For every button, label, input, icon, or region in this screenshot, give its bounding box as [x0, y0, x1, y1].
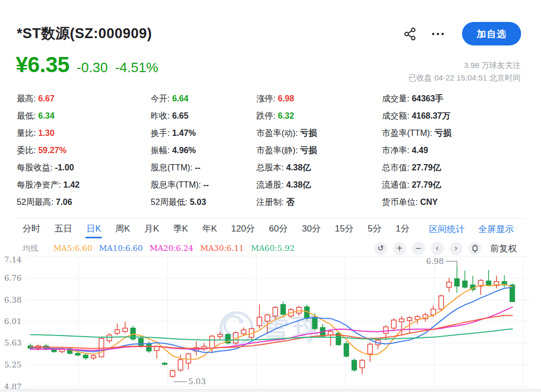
adjust-mode-toggle[interactable]: 前复权 [490, 243, 517, 255]
stat-昨收: 昨收: 6.65 [151, 107, 256, 124]
y-axis-label: 7.14 [4, 255, 21, 264]
current-price: ¥6.35 [16, 52, 70, 77]
candle-body [455, 279, 459, 286]
chart-scrollbar[interactable] [0, 389, 541, 392]
stat-涨停: 涨停: 6.98 [256, 90, 382, 107]
add-watchlist-button[interactable]: 加自选 [462, 22, 521, 45]
stat-股息率(TTM): 股息率(TTM): -- [151, 176, 256, 193]
candle-body [407, 318, 412, 321]
candle-body [368, 344, 373, 354]
candle-body [75, 353, 80, 355]
ma-label: MA10:6.60 [99, 244, 143, 253]
candle-body [273, 307, 278, 316]
kline-chart[interactable]: 7.146.766.386.015.635.254.87雪球6.985.03 [0, 255, 541, 389]
y-axis-label: 4.87 [4, 382, 21, 389]
candle-body [210, 336, 215, 348]
stat-股息(TTM): 股息(TTM): -- [151, 159, 256, 176]
stat-市净率: 市净率: 4.49 [382, 142, 527, 159]
tab-日K[interactable]: 日K [86, 218, 101, 239]
link-区间统计[interactable]: 区间统计 [429, 223, 465, 235]
market-status: 已收盘 04-22 15:04:51 北京时间 [409, 72, 521, 84]
tab-月K[interactable]: 月K [144, 218, 159, 239]
ma-label: MA20:6.24 [150, 244, 194, 253]
candle-body [154, 347, 159, 351]
high-annotation: 6.98 [426, 257, 444, 266]
ma-bar-title: 均线 [17, 244, 38, 253]
candle-body [384, 327, 388, 333]
stat-市盈率(动): 市盈率(动): 亏损 [256, 124, 382, 142]
stat-成交量: 成交量: 64363手 [382, 90, 527, 107]
stat-注册制: 注册制: 否 [256, 193, 382, 211]
candle-body [463, 281, 467, 287]
zoom-in-icon[interactable]: + [393, 242, 406, 255]
stat-每股收益: 每股收益: -1.00 [17, 159, 151, 176]
tab-年K[interactable]: 年K [202, 218, 217, 239]
candle-body [146, 343, 151, 351]
pan-left-icon[interactable]: ‹ [431, 242, 444, 255]
ma-values: MA5:6.60MA10:6.60MA20:6.24MA30:6.11MA60:… [53, 244, 295, 253]
more-icon[interactable] [431, 27, 445, 41]
tab-周K[interactable]: 周K [115, 218, 130, 239]
tab-1分[interactable]: 1分 [396, 218, 409, 239]
tab-30分[interactable]: 30分 [302, 218, 321, 239]
stat-成交额: 成交额: 4168.37万 [382, 107, 527, 124]
candle-body [312, 317, 317, 329]
zoom-out-icon[interactable]: − [412, 242, 425, 255]
undo-icon[interactable]: ↺ [374, 242, 387, 255]
stats-grid: 最高: 6.67今开: 6.64涨停: 6.98成交量: 64363手最低: 6… [17, 90, 527, 211]
y-axis-label: 6.38 [4, 295, 21, 305]
tab-15分[interactable]: 15分 [335, 218, 354, 239]
share-icon[interactable] [402, 27, 417, 41]
candle-body [241, 330, 246, 334]
tab-分时[interactable]: 分时 [22, 218, 40, 239]
chart-controls: ↺ + − ‹ › 前复权 [374, 242, 524, 255]
stat-货币单位: 货币单位: CNY [382, 193, 527, 211]
stat-流通股: 流通股: 4.38亿 [256, 176, 382, 193]
ma-bar: 均线 MA5:6.60MA10:6.60MA20:6.24MA30:6.11MA… [17, 241, 524, 256]
stat-振幅: 振幅: 4.96% [151, 142, 256, 159]
candle-body [83, 355, 88, 358]
y-axis-label: 5.63 [4, 338, 21, 348]
candle-body [218, 335, 222, 337]
candle-body [115, 330, 120, 333]
tab-60分[interactable]: 60分 [269, 218, 288, 239]
stock-detail-page: *ST数源(SZ:000909) 加自选 ¥6.35 -0.30 -4.51% … [0, 0, 541, 392]
candlestick-style-icon[interactable] [468, 242, 481, 255]
chart-links: 区间统计全屏显示 [429, 223, 524, 235]
tab-120分[interactable]: 120分 [231, 218, 255, 239]
header-actions: 加自选 [402, 22, 521, 45]
followers-count: 3.98 万球友关注 [409, 59, 521, 72]
candle-body [91, 356, 96, 358]
stat-今开: 今开: 6.64 [151, 90, 256, 107]
candle-body [257, 317, 262, 326]
stat-52周最高: 52周最高: 7.06 [17, 193, 151, 211]
tab-5分[interactable]: 5分 [368, 218, 381, 239]
candle-body [170, 371, 175, 376]
candle-body [352, 360, 357, 370]
pan-right-icon[interactable]: › [449, 242, 463, 255]
stat-跌停: 跌停: 6.32 [256, 107, 382, 124]
candle-body [281, 305, 286, 315]
candle-body [178, 360, 183, 370]
period-tabs: 分时五日日K周K月K季K年K120分60分30分15分5分1分 [17, 218, 410, 239]
link-全屏显示[interactable]: 全屏显示 [478, 223, 514, 235]
candle-body [391, 320, 396, 328]
stat-市盈率(TTM): 市盈率(TTM): 亏损 [382, 124, 527, 142]
y-axis-label: 5.25 [4, 360, 21, 370]
stat-总股本: 总股本: 4.38亿 [256, 159, 382, 176]
stat-总市值: 总市值: 27.79亿 [382, 159, 527, 176]
stat-市盈率(静): 市盈率(静): 亏损 [256, 142, 382, 159]
tab-季K[interactable]: 季K [173, 218, 188, 239]
ma-label: MA60:5.92 [251, 244, 295, 253]
stat-流通值: 流通值: 27.79亿 [382, 176, 527, 193]
stat-每股净资产: 每股净资产: 1.42 [17, 176, 151, 193]
candle-body [123, 328, 128, 332]
y-axis-label: 6.01 [4, 317, 21, 326]
candle-body [139, 339, 143, 346]
tab-五日[interactable]: 五日 [54, 218, 72, 239]
low-annotation: 5.03 [188, 377, 206, 386]
y-axis-label: 6.76 [4, 273, 21, 283]
quote-block: ¥6.35 -0.30 -4.51% [16, 52, 158, 77]
quote-meta: 3.98 万球友关注 已收盘 04-22 15:04:51 北京时间 [409, 59, 521, 84]
ma-label: MA30:6.11 [200, 244, 244, 253]
